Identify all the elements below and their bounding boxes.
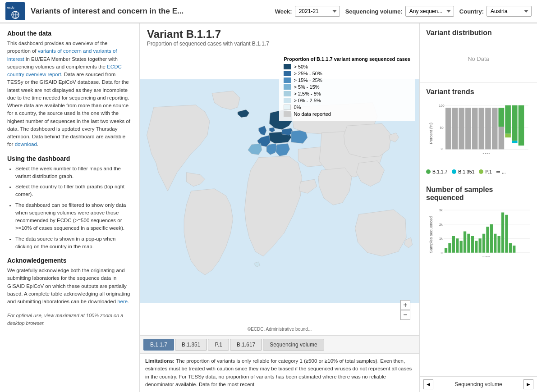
svg-rect-45 (475, 241, 477, 253)
svg-rect-50 (494, 234, 496, 253)
legend-label-5: > 2.5% - 5% (294, 91, 321, 96)
tab-b117[interactable]: B.1.1.7 (143, 339, 174, 351)
svg-text:1k: 1k (439, 237, 443, 241)
ecdc-logo: ecdc (5, 2, 25, 20)
svg-rect-40 (456, 238, 459, 253)
svg-text:0: 0 (441, 251, 443, 255)
tab-b1351[interactable]: B.1.351 (175, 339, 207, 351)
legend-more: ... (496, 169, 506, 174)
legend-label-7: 0% (294, 105, 301, 110)
seq-nav: ◄ Sequencing volume ► (420, 376, 537, 392)
trends-y-label: Percent (%) (429, 123, 433, 144)
svg-rect-25 (519, 105, 524, 146)
svg-rect-39 (452, 236, 455, 253)
header: ecdc Variants of interest and concern in… (0, 0, 537, 23)
svg-rect-17 (472, 108, 478, 149)
zoom-out-button[interactable]: − (400, 310, 410, 320)
svg-rect-22 (499, 108, 505, 127)
variant-trends-title: Variant trends (426, 88, 531, 96)
legend-item-6: > 0% - 2.5% (284, 98, 410, 103)
week-label: Week: (275, 8, 292, 15)
legend-label-6: > 0% - 2.5% (294, 98, 321, 103)
samples-chart-container: Samples sequenced 3k 2k 1k 0 (426, 205, 531, 264)
svg-rect-16 (465, 108, 471, 149)
legend-item-4: > 5% - 15% (284, 84, 410, 90)
map-header: Variant B.1.1.7 Proportion of sequenced … (140, 23, 419, 49)
svg-text:2k: 2k (439, 223, 443, 227)
legend-label-3: > 15% - 25% (294, 77, 322, 83)
legend-item-1: > 50% (284, 64, 410, 69)
using-section: Using the dashboard Select the week numb… (7, 155, 132, 251)
map-zoom-controls: + − (400, 300, 410, 320)
svg-rect-42 (464, 232, 466, 253)
legend-dot-more (496, 171, 500, 173)
legend-dot-p1 (479, 169, 483, 174)
map-area[interactable]: Proportion of B.1.1.7 variant among sequ… (140, 49, 419, 333)
seq-nav-label: Sequencing volume (433, 381, 523, 387)
svg-rect-53 (505, 215, 508, 253)
samples-title: Number of samples sequenced (426, 186, 531, 202)
svg-text:50: 50 (440, 126, 444, 130)
using-item-1: Select the week number to filter maps an… (15, 165, 132, 181)
variant-trends-section: Variant trends Percent (%) 100 50 0 (420, 82, 537, 180)
svg-rect-14 (452, 108, 458, 149)
svg-rect-47 (482, 234, 485, 253)
limitations-body: The proportion of variants is only relia… (145, 358, 412, 387)
svg-text:2021: 2021 (482, 255, 491, 257)
map-variant-title: Variant B.1.1.7 (147, 28, 412, 41)
week-select[interactable]: 2021-21 (295, 6, 340, 17)
trends-legend: B.1.1.7 B.1.351 P.1 ... (426, 169, 531, 174)
country-select[interactable]: Austria (487, 6, 532, 17)
svg-rect-23 (505, 105, 511, 134)
legend-b1351: B.1.351 (452, 169, 474, 174)
legend-label-2: > 25% - 50% (294, 71, 322, 76)
ack-title: Acknowledgements (7, 257, 132, 264)
legend-label-b117: B.1.1.7 (432, 169, 447, 174)
ack-link[interactable]: here (117, 299, 128, 304)
legend-label-b1351: B.1.351 (458, 169, 474, 174)
svg-rect-54 (509, 243, 512, 253)
legend-p1: P.1 (479, 169, 491, 174)
about-title: About the data (7, 30, 132, 37)
tab-p1[interactable]: P.1 (208, 339, 229, 351)
seq-nav-prev-button[interactable]: ◄ (423, 379, 433, 389)
header-controls: Week: 2021-21 Sequencing volume: Any seq… (275, 6, 532, 17)
svg-rect-13 (445, 108, 451, 149)
samples-section: Number of samples sequenced Samples sequ… (420, 180, 537, 376)
legend-color-8 (284, 111, 291, 117)
download-link[interactable]: download (15, 141, 37, 147)
zoom-in-button[interactable]: + (400, 300, 410, 310)
ecdc-report-link[interactable]: ECDC country overview report (7, 64, 122, 77)
tab-b1617[interactable]: B.1.617 (230, 339, 262, 351)
legend-color-3 (284, 77, 291, 83)
svg-rect-46 (479, 238, 482, 253)
svg-rect-38 (448, 243, 451, 253)
legend-item-2: > 25% - 50% (284, 71, 410, 76)
variant-tabs: B.1.1.7 B.1.351 P.1 B.1.617 Sequencing v… (140, 336, 419, 353)
tab-seq-vol[interactable]: Sequencing volume (263, 339, 324, 351)
legend-label-more: ... (502, 169, 506, 174)
variant-distribution-section: Variant distribution No Data (420, 23, 537, 82)
svg-rect-26 (505, 134, 511, 137)
variant-distribution-chart: No Data (426, 41, 531, 77)
legend-color-6 (284, 98, 291, 103)
using-item-4: The data source is shown in a pop-up whe… (15, 235, 132, 251)
svg-rect-24 (512, 105, 518, 141)
no-data-label: No Data (468, 42, 489, 76)
svg-rect-37 (445, 248, 447, 253)
svg-text:3k: 3k (439, 208, 443, 212)
seq-vol-select[interactable]: Any sequen... (405, 6, 454, 17)
page-title: Variants of interest and concern in the … (31, 7, 275, 16)
trends-y-axis: Percent (%) (426, 100, 436, 167)
variants-link[interactable]: variants of concern and variants of inte… (7, 48, 117, 61)
svg-rect-15 (459, 108, 464, 149)
map-container: Variant B.1.1.7 Proportion of sequenced … (140, 23, 419, 336)
legend-color-7 (284, 105, 291, 110)
reporting-text: reporting (107, 95, 128, 100)
week-control: Week: 2021-21 (275, 6, 340, 17)
map-legend: Proportion of B.1.1.7 variant among sequ… (279, 53, 415, 121)
seq-vol-label: Sequencing volume: (345, 8, 403, 15)
seq-nav-next-button[interactable]: ► (523, 379, 533, 389)
samples-svg: 3k 2k 1k 0 (436, 205, 531, 257)
shown-in-text: shown in (60, 236, 80, 242)
